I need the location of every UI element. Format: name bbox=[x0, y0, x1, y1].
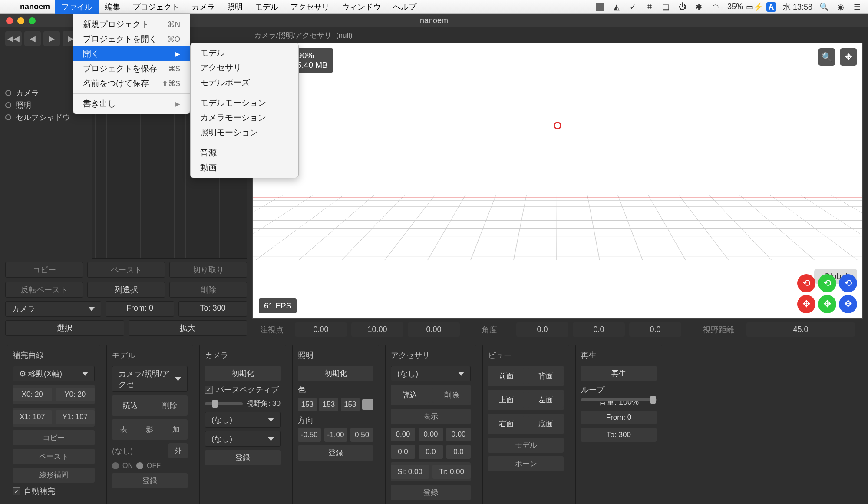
x1-field[interactable]: X1: 107 bbox=[13, 410, 52, 424]
angle-z[interactable]: 0.0 bbox=[629, 322, 681, 337]
model-select[interactable]: カメラ/照明/アクセ bbox=[112, 366, 188, 392]
gizmo-move-z[interactable]: ✥ bbox=[839, 295, 857, 313]
siri-icon[interactable]: ◉ bbox=[836, 2, 845, 12]
tool-back-icon[interactable]: ◀ bbox=[24, 31, 41, 46]
auto-complete-checkbox[interactable]: ✓自動補完 bbox=[13, 486, 95, 497]
ime-indicator[interactable]: A bbox=[766, 2, 776, 12]
open-light-motion[interactable]: 照明モーション bbox=[191, 125, 298, 140]
view-back-button[interactable]: 背面 bbox=[528, 368, 564, 384]
view-left-button[interactable]: 左面 bbox=[528, 392, 564, 408]
camera-dd1[interactable]: (なし) bbox=[205, 412, 281, 428]
model-delete-button[interactable]: 削除 bbox=[152, 398, 188, 413]
open-model-pose[interactable]: モデルポーズ bbox=[191, 75, 298, 90]
interp-paste-button[interactable]: ペースト bbox=[13, 449, 95, 464]
play-to-field[interactable]: To: 300 bbox=[581, 428, 657, 442]
play-button[interactable]: 再生 bbox=[581, 366, 657, 381]
open-camera-motion[interactable]: カメラモーション bbox=[191, 110, 298, 125]
menu-accessory[interactable]: アクセサリ bbox=[284, 0, 336, 14]
file-new-project[interactable]: 新規プロジェクト⌘N bbox=[73, 17, 190, 32]
menu-model[interactable]: モデル bbox=[249, 0, 284, 14]
model-table-button[interactable]: 表 bbox=[112, 422, 135, 437]
to-field[interactable]: To: 300 bbox=[178, 301, 247, 317]
file-save-project[interactable]: プロジェクトを保存⌘S bbox=[73, 61, 190, 76]
interp-copy-button[interactable]: コピー bbox=[13, 430, 95, 445]
angle-x[interactable]: 0.0 bbox=[516, 322, 568, 337]
status-line-icon[interactable] bbox=[595, 2, 605, 12]
y1-field[interactable]: Y1: 107 bbox=[56, 410, 95, 424]
view-top-button[interactable]: 上面 bbox=[488, 392, 524, 408]
focus-y[interactable]: 10.00 bbox=[351, 322, 403, 337]
cut-button[interactable]: 切り取り bbox=[169, 262, 247, 278]
gizmo-rotate-y[interactable]: ⟲ bbox=[818, 274, 836, 292]
angle-y[interactable]: 0.0 bbox=[573, 322, 625, 337]
acc-show-button[interactable]: 表示 bbox=[391, 409, 471, 424]
viewport-search-button[interactable]: 🔍 bbox=[818, 48, 835, 66]
invert-paste-button[interactable]: 反転ペースト bbox=[5, 282, 83, 298]
focus-z[interactable]: 0.00 bbox=[408, 322, 460, 337]
open-model[interactable]: モデル bbox=[191, 46, 298, 60]
x0-field[interactable]: X0: 20 bbox=[13, 388, 52, 401]
loop-label[interactable]: ループ bbox=[581, 385, 657, 395]
model-outside-button[interactable]: 外 bbox=[168, 443, 188, 458]
view-bone-button[interactable]: ボーン bbox=[488, 456, 564, 471]
menu-edit[interactable]: 編集 bbox=[99, 0, 126, 14]
acc-rx[interactable]: 0.0 bbox=[391, 445, 415, 459]
model-off-label[interactable]: OFF bbox=[147, 462, 161, 470]
light-g[interactable]: 153 bbox=[319, 398, 338, 411]
status-grid-icon[interactable]: ⌗ bbox=[645, 2, 654, 12]
open-audio[interactable]: 音源 bbox=[191, 146, 298, 160]
light-register-button[interactable]: 登録 bbox=[298, 445, 373, 461]
file-export-submenu[interactable]: 書き出し▶ bbox=[73, 96, 190, 111]
spotlight-icon[interactable]: 🔍 bbox=[819, 2, 829, 12]
open-model-motion[interactable]: モデルモーション bbox=[191, 96, 298, 110]
model-register-button[interactable]: 登録 bbox=[112, 473, 188, 488]
zoom-button[interactable]: 拡大 bbox=[129, 320, 248, 336]
gizmo-move-y[interactable]: ✥ bbox=[818, 295, 836, 313]
acc-rz[interactable]: 0.0 bbox=[446, 445, 471, 459]
notification-center-icon[interactable]: ☰ bbox=[852, 2, 862, 12]
fov-slider[interactable] bbox=[205, 402, 243, 405]
paste-button[interactable]: ペースト bbox=[87, 262, 165, 278]
y0-field[interactable]: Y0: 20 bbox=[56, 388, 95, 401]
volume-slider[interactable] bbox=[581, 398, 657, 401]
view-front-button[interactable]: 前面 bbox=[488, 368, 524, 384]
light-b[interactable]: 153 bbox=[341, 398, 360, 411]
camera-dd2[interactable]: (なし) bbox=[205, 431, 281, 447]
close-window-button[interactable] bbox=[6, 17, 13, 24]
select-column-button[interactable]: 列選択 bbox=[87, 282, 165, 298]
gizmo-rotate-x[interactable]: ⟲ bbox=[797, 274, 815, 292]
light-r[interactable]: 153 bbox=[298, 398, 317, 411]
light-reset-button[interactable]: 初期化 bbox=[298, 366, 373, 381]
menu-project[interactable]: プロジェクト bbox=[126, 0, 185, 14]
status-list-icon[interactable]: ▤ bbox=[661, 2, 671, 12]
file-open-submenu[interactable]: 開く▶ bbox=[73, 46, 190, 61]
model-load-button[interactable]: 読込 bbox=[112, 398, 148, 413]
light-color-swatch[interactable] bbox=[362, 399, 373, 410]
light-dz[interactable]: 0.50 bbox=[350, 428, 373, 442]
gizmo-rotate-z[interactable]: ⟲ bbox=[839, 274, 857, 292]
copy-button[interactable]: コピー bbox=[5, 262, 83, 278]
model-shadow-button[interactable]: 影 bbox=[139, 422, 162, 437]
menu-camera[interactable]: カメラ bbox=[185, 0, 221, 14]
app-name[interactable]: nanoem bbox=[15, 2, 55, 11]
tool-prev-icon[interactable]: ◀◀ bbox=[5, 31, 22, 46]
interp-axis-select[interactable]: ⚙ 移動(X軸) bbox=[13, 366, 95, 381]
view-model-button[interactable]: モデル bbox=[488, 438, 564, 453]
open-video[interactable]: 動画 bbox=[191, 160, 298, 175]
acc-si[interactable]: Si: 0.00 bbox=[391, 465, 429, 479]
light-dy[interactable]: -1.00 bbox=[324, 428, 347, 442]
open-accessory[interactable]: アクセサリ bbox=[191, 60, 298, 75]
acc-ry[interactable]: 0.0 bbox=[419, 445, 443, 459]
acc-delete-button[interactable]: 削除 bbox=[432, 388, 471, 403]
menu-help[interactable]: ヘルプ bbox=[387, 0, 422, 14]
camera-reset-button[interactable]: 初期化 bbox=[205, 366, 281, 381]
accessory-select[interactable]: (なし) bbox=[391, 366, 471, 381]
model-add-button[interactable]: 加 bbox=[165, 422, 188, 437]
minimize-window-button[interactable] bbox=[17, 17, 24, 24]
battery-icon[interactable]: ▭⚡ bbox=[750, 2, 759, 12]
gizmo-move-x[interactable]: ✥ bbox=[797, 295, 815, 313]
camera-register-button[interactable]: 登録 bbox=[205, 450, 281, 465]
bluetooth-icon[interactable]: ✱ bbox=[694, 2, 704, 12]
model-on-label[interactable]: ON bbox=[122, 462, 133, 470]
view-bottom-button[interactable]: 底面 bbox=[528, 416, 564, 431]
